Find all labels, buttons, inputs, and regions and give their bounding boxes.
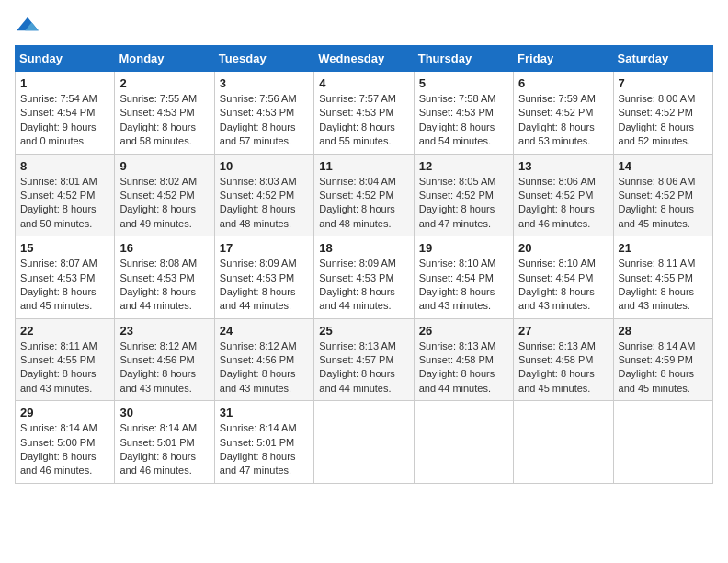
sunrise-label: Sunrise: 8:14 AM [220,422,297,433]
sunset-label: Sunset: 4:54 PM [20,107,95,118]
day-number: 11 [319,159,408,173]
sunset-label: Sunset: 4:53 PM [220,272,294,283]
sunrise-label: Sunrise: 8:09 AM [220,258,297,269]
daylight-label: Daylight: 8 hours and 44 minutes. [319,286,395,311]
day-info: Sunrise: 7:57 AM Sunset: 4:53 PM Dayligh… [319,92,408,149]
day-info: Sunrise: 8:06 AM Sunset: 4:52 PM Dayligh… [518,175,608,232]
calendar-cell: 20 Sunrise: 8:10 AM Sunset: 4:54 PM Dayl… [514,236,613,319]
daylight-label: Daylight: 8 hours and 52 minutes. [619,121,695,146]
header-tuesday: Tuesday [214,46,313,72]
sunset-label: Sunset: 4:56 PM [119,354,194,365]
day-number: 31 [220,406,309,419]
logo [15,15,44,34]
calendar-cell: 31 Sunrise: 8:14 AM Sunset: 5:01 PM Dayl… [214,401,313,484]
day-info: Sunrise: 8:03 AM Sunset: 4:52 PM Dayligh… [220,175,309,232]
calendar-cell [414,401,513,484]
day-number: 29 [20,406,109,419]
sunset-label: Sunset: 4:53 PM [319,107,393,118]
sunset-label: Sunset: 4:57 PM [319,354,393,365]
daylight-label: Daylight: 8 hours and 53 minutes. [518,121,595,146]
daylight-label: Daylight: 8 hours and 44 minutes. [119,286,196,311]
calendar-cell: 15 Sunrise: 8:07 AM Sunset: 4:53 PM Dayl… [16,236,115,319]
sunset-label: Sunset: 5:01 PM [119,437,194,448]
day-info: Sunrise: 8:07 AM Sunset: 4:53 PM Dayligh… [20,257,109,314]
calendar-cell: 21 Sunrise: 8:11 AM Sunset: 4:55 PM Dayl… [613,236,712,319]
day-number: 3 [220,76,309,90]
sunrise-label: Sunrise: 8:13 AM [518,340,596,351]
day-number: 18 [319,241,408,255]
sunrise-label: Sunrise: 8:12 AM [220,340,297,351]
header-saturday: Saturday [613,46,712,72]
sunset-label: Sunset: 4:53 PM [419,107,494,118]
calendar-cell: 18 Sunrise: 8:09 AM Sunset: 4:53 PM Dayl… [314,236,414,319]
daylight-label: Daylight: 8 hours and 43 minutes. [20,368,97,393]
calendar-cell: 2 Sunrise: 7:55 AM Sunset: 4:53 PM Dayli… [115,72,214,155]
day-number: 8 [20,159,109,173]
daylight-label: Daylight: 8 hours and 47 minutes. [220,451,296,476]
week-row-1: 1 Sunrise: 7:54 AM Sunset: 4:54 PM Dayli… [16,72,713,155]
calendar-cell [613,401,712,484]
calendar-cell: 5 Sunrise: 7:58 AM Sunset: 4:53 PM Dayli… [414,72,513,155]
calendar-cell: 1 Sunrise: 7:54 AM Sunset: 4:54 PM Dayli… [16,72,115,155]
sunset-label: Sunset: 4:52 PM [20,190,95,201]
sunset-label: Sunset: 4:52 PM [518,190,593,201]
day-number: 28 [619,324,708,338]
day-info: Sunrise: 8:11 AM Sunset: 4:55 PM Dayligh… [619,257,708,314]
sunrise-label: Sunrise: 8:10 AM [419,258,496,269]
calendar-cell: 10 Sunrise: 8:03 AM Sunset: 4:52 PM Dayl… [214,154,313,236]
sunset-label: Sunset: 4:52 PM [419,190,494,201]
header-sunday: Sunday [16,46,115,72]
day-number: 10 [220,159,309,173]
daylight-label: Daylight: 8 hours and 47 minutes. [419,203,495,228]
day-number: 16 [119,241,209,255]
sunset-label: Sunset: 5:00 PM [20,437,95,448]
daylight-label: Daylight: 8 hours and 43 minutes. [518,286,595,311]
day-number: 13 [518,159,608,173]
day-number: 2 [119,76,209,90]
sunrise-label: Sunrise: 8:08 AM [119,258,197,269]
sunrise-label: Sunrise: 8:00 AM [619,93,696,104]
day-info: Sunrise: 8:12 AM Sunset: 4:56 PM Dayligh… [220,339,309,396]
day-number: 19 [419,241,508,255]
day-info: Sunrise: 7:56 AM Sunset: 4:53 PM Dayligh… [220,92,309,149]
sunrise-label: Sunrise: 8:11 AM [20,340,97,351]
day-info: Sunrise: 8:12 AM Sunset: 4:56 PM Dayligh… [119,339,209,396]
day-info: Sunrise: 8:05 AM Sunset: 4:52 PM Dayligh… [419,175,508,232]
sunrise-label: Sunrise: 8:07 AM [20,258,97,269]
daylight-label: Daylight: 8 hours and 45 minutes. [20,286,97,311]
day-number: 25 [319,324,408,338]
day-info: Sunrise: 8:00 AM Sunset: 4:52 PM Dayligh… [619,92,708,149]
day-info: Sunrise: 8:14 AM Sunset: 5:01 PM Dayligh… [119,421,209,478]
daylight-label: Daylight: 8 hours and 48 minutes. [220,203,296,228]
daylight-label: Daylight: 8 hours and 43 minutes. [619,286,695,311]
day-number: 22 [20,324,109,338]
daylight-label: Daylight: 8 hours and 46 minutes. [119,451,196,476]
sunset-label: Sunset: 4:59 PM [619,354,693,365]
calendar-cell [514,401,613,484]
week-row-2: 8 Sunrise: 8:01 AM Sunset: 4:52 PM Dayli… [16,154,713,236]
sunset-label: Sunset: 4:58 PM [419,354,494,365]
day-number: 17 [220,241,309,255]
week-row-4: 22 Sunrise: 8:11 AM Sunset: 4:55 PM Dayl… [16,318,713,401]
sunset-label: Sunset: 4:52 PM [619,190,693,201]
sunset-label: Sunset: 4:54 PM [419,272,494,283]
sunrise-label: Sunrise: 7:54 AM [20,93,97,104]
sunrise-label: Sunrise: 7:55 AM [119,93,197,104]
daylight-label: Daylight: 8 hours and 44 minutes. [319,368,395,393]
calendar-table: SundayMondayTuesdayWednesdayThursdayFrid… [15,45,713,484]
sunrise-label: Sunrise: 8:05 AM [419,176,496,187]
sunset-label: Sunset: 4:53 PM [220,107,294,118]
day-info: Sunrise: 8:02 AM Sunset: 4:52 PM Dayligh… [119,175,209,232]
daylight-label: Daylight: 8 hours and 54 minutes. [419,121,495,146]
sunset-label: Sunset: 4:52 PM [619,107,693,118]
page-header [15,15,713,34]
calendar-cell: 30 Sunrise: 8:14 AM Sunset: 5:01 PM Dayl… [115,401,214,484]
day-number: 5 [419,76,508,90]
day-info: Sunrise: 8:10 AM Sunset: 4:54 PM Dayligh… [518,257,608,314]
daylight-label: Daylight: 8 hours and 57 minutes. [220,121,296,146]
day-info: Sunrise: 8:14 AM Sunset: 5:00 PM Dayligh… [20,421,109,478]
daylight-label: Daylight: 8 hours and 49 minutes. [119,203,196,228]
calendar-cell: 8 Sunrise: 8:01 AM Sunset: 4:52 PM Dayli… [16,154,115,236]
calendar-cell: 4 Sunrise: 7:57 AM Sunset: 4:53 PM Dayli… [314,72,414,155]
sunrise-label: Sunrise: 8:11 AM [619,258,696,269]
